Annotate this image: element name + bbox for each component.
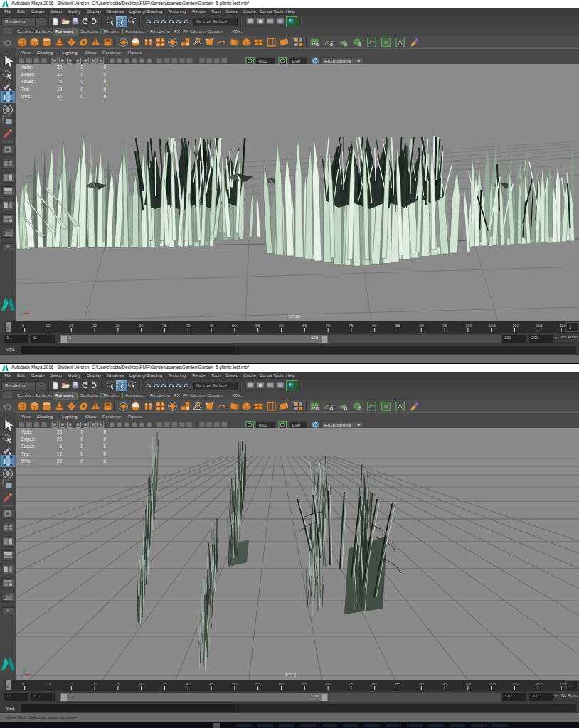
svg-text:UVs:: UVs:	[21, 459, 31, 464]
svg-text:0: 0	[80, 65, 83, 70]
svg-text:20: 20	[57, 94, 63, 99]
svg-text:45: 45	[209, 682, 214, 686]
svg-text:120: 120	[559, 682, 567, 686]
svg-text:0: 0	[80, 451, 83, 456]
svg-text:15: 15	[69, 323, 74, 328]
svg-text:115: 115	[536, 682, 543, 686]
svg-text:persp: persp	[289, 314, 300, 319]
svg-text:85: 85	[395, 323, 400, 328]
svg-text:UVs:: UVs:	[21, 94, 31, 99]
svg-text:55: 55	[255, 323, 260, 328]
svg-text:25: 25	[115, 323, 120, 328]
svg-text:25: 25	[115, 682, 120, 686]
svg-text:0: 0	[103, 72, 106, 77]
svg-text:0: 0	[80, 72, 83, 77]
svg-text:115: 115	[536, 323, 543, 328]
svg-text:0: 0	[103, 79, 106, 84]
svg-text:15: 15	[69, 682, 74, 686]
svg-text:0: 0	[80, 79, 83, 84]
svg-text:0: 0	[103, 94, 106, 99]
svg-text:0: 0	[80, 437, 83, 441]
svg-text:1.00: 1.00	[292, 58, 301, 63]
svg-text:persp: persp	[286, 671, 297, 677]
svg-text:20: 20	[57, 459, 63, 464]
svg-text:55: 55	[255, 682, 260, 686]
svg-text:80: 80	[372, 682, 377, 686]
svg-text:Edges:: Edges:	[21, 437, 36, 442]
svg-text:40: 40	[186, 682, 191, 686]
svg-text:60: 60	[279, 323, 284, 328]
svg-text:75: 75	[349, 323, 354, 328]
svg-text:0: 0	[103, 459, 106, 464]
svg-text:65: 65	[302, 682, 307, 686]
svg-text:5: 5	[59, 444, 62, 449]
svg-text:85: 85	[395, 682, 400, 686]
svg-text:Verts:: Verts:	[21, 429, 33, 434]
svg-text:20: 20	[57, 65, 63, 70]
svg-text:0: 0	[103, 444, 106, 449]
svg-text:0: 0	[103, 87, 106, 92]
svg-text:60: 60	[279, 682, 284, 686]
svg-text:1.00: 1.00	[292, 422, 301, 427]
svg-text:0: 0	[80, 87, 83, 92]
svg-text:100: 100	[465, 682, 473, 686]
svg-text:70: 70	[326, 682, 331, 686]
svg-text:0.00: 0.00	[259, 422, 268, 427]
svg-text:1: 1	[569, 683, 572, 688]
svg-text:0: 0	[103, 437, 106, 441]
svg-text:105: 105	[489, 323, 496, 328]
svg-text:Tris:: Tris:	[21, 87, 30, 92]
svg-text:sRGB gamma: sRGB gamma	[324, 58, 351, 63]
svg-text:sRGB gamma: sRGB gamma	[324, 422, 351, 427]
svg-text:Faces:: Faces:	[21, 444, 35, 449]
svg-text:10: 10	[46, 682, 51, 686]
svg-text:65: 65	[302, 323, 307, 328]
svg-text:0: 0	[80, 459, 83, 464]
svg-text:0: 0	[80, 94, 83, 99]
svg-text:Verts:: Verts:	[21, 65, 33, 70]
svg-text:35: 35	[162, 323, 167, 328]
svg-text:95: 95	[442, 682, 447, 686]
svg-text:35: 35	[162, 682, 167, 686]
svg-text:100: 100	[465, 323, 473, 328]
svg-text:10: 10	[46, 323, 51, 328]
svg-text:20: 20	[92, 682, 97, 686]
svg-text:1: 1	[6, 326, 9, 331]
svg-text:5: 5	[59, 79, 62, 84]
svg-text:45: 45	[209, 323, 214, 328]
svg-text:20: 20	[57, 72, 63, 77]
svg-text:80: 80	[372, 323, 377, 328]
svg-text:0: 0	[103, 429, 106, 434]
svg-text:110: 110	[512, 323, 519, 328]
svg-text:90: 90	[419, 323, 424, 328]
svg-text:70: 70	[326, 323, 331, 328]
svg-text:Faces:: Faces:	[21, 79, 35, 84]
svg-text:1: 1	[6, 685, 9, 689]
svg-text:0.00: 0.00	[259, 58, 268, 63]
svg-text:30: 30	[139, 682, 144, 686]
svg-text:20: 20	[57, 437, 63, 441]
svg-text:0: 0	[80, 429, 83, 434]
svg-text:105: 105	[489, 682, 496, 686]
svg-text:10: 10	[57, 451, 63, 456]
svg-text:40: 40	[186, 323, 191, 328]
svg-text:10: 10	[57, 87, 63, 92]
svg-text:120: 120	[559, 323, 567, 328]
svg-text:90: 90	[419, 682, 424, 686]
svg-text:50: 50	[232, 323, 237, 328]
svg-text:20: 20	[57, 429, 63, 434]
svg-text:75: 75	[349, 682, 354, 686]
svg-text:5: 5	[22, 323, 25, 328]
svg-text:30: 30	[139, 323, 144, 328]
svg-text:50: 50	[232, 682, 237, 686]
svg-text:95: 95	[442, 323, 447, 328]
svg-text:0: 0	[103, 65, 106, 70]
svg-text:5: 5	[22, 682, 25, 686]
svg-text:Tris:: Tris:	[21, 451, 30, 456]
svg-text:0: 0	[80, 444, 83, 449]
svg-text:110: 110	[512, 682, 519, 686]
svg-text:20: 20	[92, 323, 97, 328]
svg-text:1: 1	[569, 325, 572, 330]
svg-text:Edges:: Edges:	[21, 72, 36, 77]
svg-text:0: 0	[103, 451, 106, 456]
